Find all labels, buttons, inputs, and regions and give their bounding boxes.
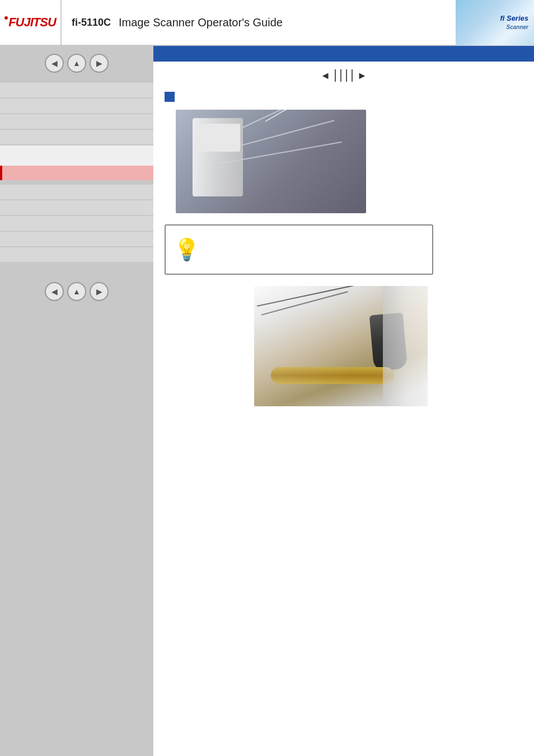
sidebar-group-1 [0,83,153,145]
sidebar-item-active[interactable] [0,166,153,180]
header: FUJITSU fi-5110C Image Scanner Operator'… [0,0,534,46]
nav-sep-4 [352,69,353,82]
sidebar-item-6[interactable] [0,185,153,199]
scanner-bottom-line [257,286,367,306]
fi-series-logo: fi Series Scanner [456,0,534,45]
doc-title: Image Scanner Operator's Guide [119,16,283,29]
nav-sep-2 [340,69,341,82]
back-button-bottom[interactable]: ◀ [45,282,64,301]
sidebar: ◀ ▲ ▶ ◀ ▲ ▶ [0,46,153,756]
sidebar-item-3[interactable] [0,114,153,129]
sidebar-item-7[interactable] [0,200,153,215]
scanner-image-top [176,110,366,213]
sidebar-item-2[interactable] [0,98,153,113]
model-name: fi-5110C [72,17,111,29]
logo-text: FUJITSU [8,15,56,29]
up-button-bottom[interactable]: ▲ [67,282,86,301]
scanner-head [195,124,240,152]
up-button[interactable]: ▲ [67,54,86,73]
scanner-image-bottom [254,286,428,406]
back-button[interactable]: ◀ [45,54,64,73]
logo-dot [4,16,8,20]
section-marker [165,92,517,102]
forward-button[interactable]: ▶ [90,54,109,73]
prev-arrow[interactable]: ◄ [320,70,330,82]
forward-button-bottom[interactable]: ▶ [90,282,109,301]
blue-square-icon [165,92,175,102]
nav-sep-3 [346,69,347,82]
sidebar-search-area [0,145,153,166]
scanner-line-1 [232,110,324,133]
lightbulb-icon: 💡 [174,239,200,260]
sidebar-item-9[interactable] [0,232,153,246]
tip-box: 💡 [165,224,433,275]
content-area: ◄ ► 💡 [153,46,534,756]
sidebar-item-1[interactable] [0,83,153,97]
next-arrow[interactable]: ► [357,70,367,82]
nav-bar: ◄ ► [153,62,534,86]
nav-buttons-top: ◀ ▲ ▶ [0,46,153,79]
main-layout: ◀ ▲ ▶ ◀ ▲ ▶ [0,46,534,756]
logo-box: FUJITSU [0,0,62,45]
content-body: 💡 [153,86,534,756]
nav-sep-1 [335,69,336,82]
fi-series-text: fi Series Scanner [500,14,528,31]
scanner-cover [369,313,407,372]
sidebar-item-4[interactable] [0,130,153,144]
blue-top-bar [153,46,534,62]
sidebar-item-10[interactable] [0,247,153,262]
scanner-roller [271,367,394,384]
header-title-area: fi-5110C Image Scanner Operator's Guide [62,16,456,29]
nav-buttons-bottom: ◀ ▲ ▶ [0,274,153,308]
sidebar-group-2 [0,185,153,263]
scanner-side-panel [383,286,428,406]
fujitsu-logo: FUJITSU [4,15,56,30]
sidebar-item-8[interactable] [0,216,153,231]
